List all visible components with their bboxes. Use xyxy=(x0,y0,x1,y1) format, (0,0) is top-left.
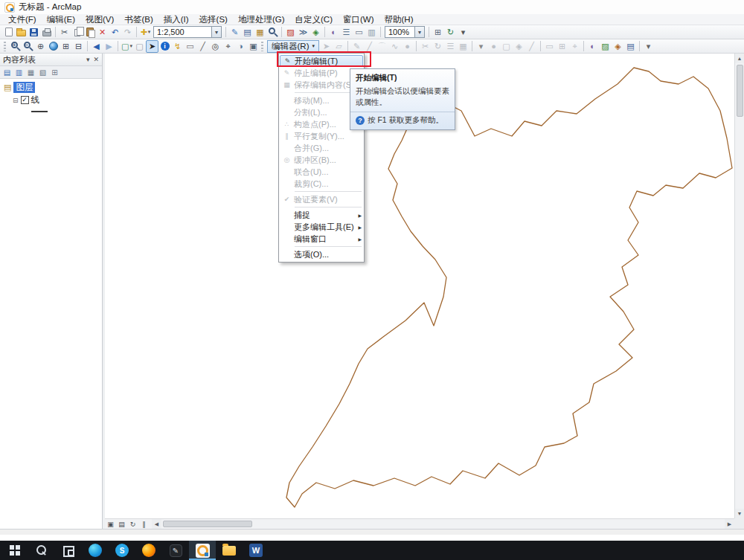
full-extent-button[interactable] xyxy=(47,40,60,53)
horizontal-scroll-thumb[interactable] xyxy=(163,521,252,527)
html-popup-tool[interactable]: ▭ xyxy=(184,40,196,53)
scroll-right-icon[interactable]: ▶ xyxy=(725,519,734,529)
go-to-xy-button[interactable]: ⌖ xyxy=(222,40,234,53)
toc-pin-icon[interactable]: ▾ xyxy=(86,56,90,63)
network-analyst-button[interactable]: ◈ xyxy=(612,40,624,53)
list-by-source-button[interactable]: ▥ xyxy=(13,67,25,78)
find-tool[interactable]: ◎ xyxy=(209,40,222,53)
print-button[interactable] xyxy=(40,26,53,39)
more-tools-button[interactable]: ▾ xyxy=(642,40,655,53)
word-icon-slot[interactable]: W xyxy=(243,541,269,560)
menu-item-editing-windows[interactable]: 编辑窗口▶ xyxy=(280,233,363,245)
zoom-in-tool[interactable] xyxy=(9,40,22,53)
snapping-menu-button[interactable]: ▾ xyxy=(475,40,487,53)
parcel-tools-button[interactable]: ▭ xyxy=(543,40,556,53)
list-by-drawing-order-button[interactable]: ▤ xyxy=(1,67,13,78)
split-tool[interactable]: ✂ xyxy=(419,40,432,53)
measure-tool[interactable]: ╱ xyxy=(196,40,209,53)
editor-toolbar-toggle-button[interactable]: ✎ xyxy=(228,26,241,39)
new-document-button[interactable] xyxy=(2,26,15,39)
straight-segment-tool[interactable]: ╱ xyxy=(363,40,376,53)
copy-button[interactable] xyxy=(71,26,83,39)
topology-tools-button[interactable]: ⊞ xyxy=(556,40,568,53)
refresh-map-button[interactable]: ↻ xyxy=(444,26,457,39)
editor-menu-button[interactable]: 编辑器(R) ▾ xyxy=(267,40,319,53)
save-button[interactable] xyxy=(28,26,40,39)
scroll-left-icon[interactable]: ◀ xyxy=(152,519,161,529)
spatial-analyst-button[interactable]: ▨ xyxy=(599,40,612,53)
task-view-button-slot[interactable] xyxy=(55,541,82,560)
menu-edit[interactable]: 编辑(E) xyxy=(42,14,80,25)
data-view-button[interactable]: ▣ xyxy=(105,519,116,529)
point-snap-button[interactable]: ● xyxy=(487,40,500,53)
hyperlink-tool[interactable]: ↯ xyxy=(171,40,184,53)
menu-insert[interactable]: 插入(I) xyxy=(158,14,194,25)
map-scale-combo[interactable]: 1:2,500▾ xyxy=(153,26,222,38)
table-of-contents-button[interactable]: ▤ xyxy=(241,26,254,39)
line-symbol-swatch[interactable] xyxy=(31,111,48,112)
menu-file[interactable]: 文件(F) xyxy=(3,14,42,25)
rotate-tool[interactable]: ↻ xyxy=(432,40,444,53)
previous-extent-button[interactable]: ◀ xyxy=(90,40,103,53)
menu-item-union[interactable]: 联合(U)... xyxy=(280,166,363,178)
pan-tool[interactable]: ⊕ xyxy=(34,40,47,53)
menu-item-copy-parallel[interactable]: ∥平行复制(Y)... xyxy=(280,130,363,142)
vertical-scroll-thumb[interactable] xyxy=(737,65,743,117)
python-window-button[interactable]: ≫ xyxy=(297,26,310,39)
menu-item-merge[interactable]: 合并(G)... xyxy=(280,142,363,154)
edit-tool[interactable]: ➤ xyxy=(320,40,333,53)
edge-browser-icon-slot[interactable] xyxy=(82,541,109,560)
menu-item-options[interactable]: 选项(O)... xyxy=(280,248,363,260)
time-slider-button[interactable]: ◑ xyxy=(234,40,247,53)
dropdown-caret-icon[interactable]: ▾ xyxy=(414,27,424,37)
toc-layer-row[interactable]: ⊟ ✓ 线 xyxy=(0,94,102,106)
search-window-button[interactable] xyxy=(266,26,279,39)
vertex-snap-button[interactable]: ◈ xyxy=(513,40,525,53)
editor-toolbar-grip[interactable] xyxy=(261,42,263,51)
select-features-tool[interactable]: ▢▾ xyxy=(121,40,133,53)
zoom-percent-combo[interactable]: 100%▾ xyxy=(385,26,425,38)
menu-window[interactable]: 窗口(W) xyxy=(338,14,379,25)
fixed-scale-button[interactable]: ⊞ xyxy=(432,26,444,39)
dropdown-caret-icon[interactable]: ▾ xyxy=(211,27,221,37)
attribute-table-button[interactable]: ☰ xyxy=(340,26,353,39)
menu-geoprocessing[interactable]: 地理处理(G) xyxy=(233,14,290,25)
publisher-button[interactable]: ▤ xyxy=(624,40,637,53)
menu-item-buffer[interactable]: ◎缓冲区(B)... xyxy=(280,154,363,166)
menu-customize[interactable]: 自定义(C) xyxy=(290,14,338,25)
stylus-app-icon-slot[interactable]: ✎ xyxy=(162,541,189,560)
toc-layer-label[interactable]: 线 xyxy=(31,94,40,106)
vertical-scrollbar[interactable]: ▲ ▼ xyxy=(734,54,744,518)
toolbar-grip[interactable] xyxy=(4,42,6,51)
end-snap-button[interactable]: ▢ xyxy=(500,40,513,53)
3d-analyst-button[interactable]: ◐ xyxy=(586,40,599,53)
paste-button[interactable] xyxy=(83,26,96,39)
arcmap-taskbar-icon-slot[interactable] xyxy=(189,541,216,560)
list-by-selection-button[interactable]: ▧ xyxy=(37,67,48,78)
add-data-button[interactable]: ✚▾ xyxy=(139,26,152,39)
menu-help[interactable]: 帮助(H) xyxy=(379,14,419,25)
menu-item-validate-features[interactable]: ✔验证要素(V) xyxy=(280,193,363,205)
scroll-down-icon[interactable]: ▼ xyxy=(735,509,744,518)
catalog-window-button[interactable]: ▦ xyxy=(254,26,266,39)
toc-root-row[interactable]: ▤ 图层 xyxy=(0,81,102,94)
toc-root-label[interactable]: 图层 xyxy=(13,82,35,93)
point-tool[interactable]: ● xyxy=(401,40,414,53)
menu-item-clip[interactable]: 裁剪(C)... xyxy=(280,178,363,190)
scroll-up-icon[interactable]: ▲ xyxy=(735,54,744,63)
endpoint-arc-tool[interactable]: ⌒ xyxy=(376,40,388,53)
zoom-out-tool[interactable] xyxy=(22,40,34,53)
taskbar-search-button-slot[interactable] xyxy=(28,541,55,560)
modelbuilder-button[interactable]: ◈ xyxy=(310,26,322,39)
menu-bookmarks[interactable]: 书签(B) xyxy=(119,14,158,25)
sketch-properties-button[interactable]: ▦ xyxy=(457,40,469,53)
list-by-visibility-button[interactable]: ▦ xyxy=(25,67,36,78)
layout-view-button[interactable]: ▤ xyxy=(116,519,127,529)
add-graphics-button[interactable]: ◐ xyxy=(327,26,340,39)
layer-visibility-checkbox[interactable]: ✓ xyxy=(21,96,29,104)
select-elements-tool[interactable]: ➤ xyxy=(146,40,158,53)
file-explorer-icon-slot[interactable] xyxy=(216,541,243,560)
trace-tool[interactable]: ∿ xyxy=(388,40,401,53)
collapse-icon[interactable]: ⊟ xyxy=(13,97,19,104)
create-features-tool[interactable]: ✎ xyxy=(350,40,363,53)
